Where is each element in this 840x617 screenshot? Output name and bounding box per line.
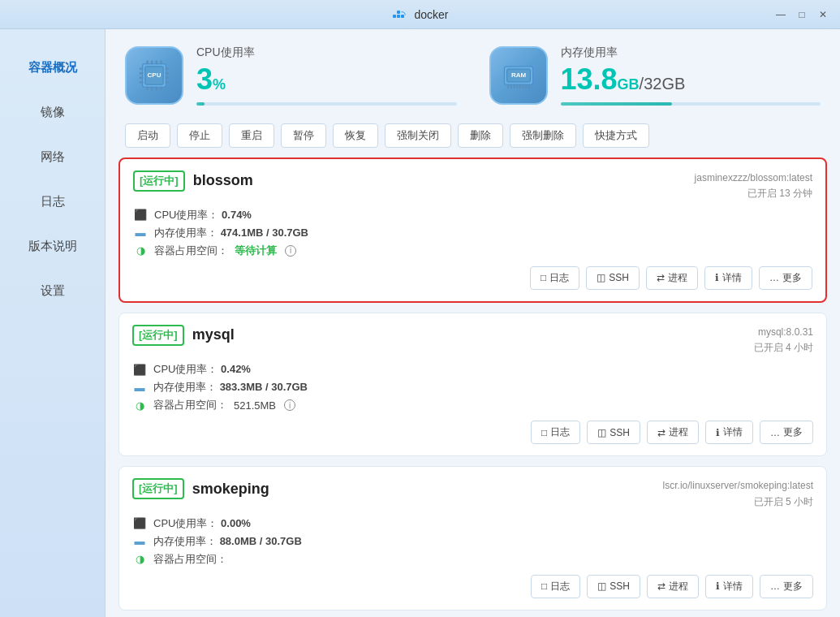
container-card-smokeping: [运行中] smokeping lscr.io/linuxserver/smok…	[118, 466, 827, 610]
toolbar-btn-停止[interactable]: 停止	[177, 123, 222, 148]
svg-rect-15	[140, 67, 144, 69]
disk-row-icon: ◑	[132, 398, 147, 412]
action-进程-button[interactable]: ⇄ 进程	[647, 421, 699, 444]
disk-stat-row: ◑ 容器占用空间：等待计算 i	[133, 244, 812, 258]
svg-rect-0	[393, 15, 396, 18]
toolbar-btn-暂停[interactable]: 暂停	[281, 123, 326, 148]
cpu-row-icon: ⬛	[133, 208, 148, 222]
ram-stat-card: RAM 内存使用率 13.8GB/32GB	[489, 45, 821, 106]
container-name: blossom	[193, 172, 253, 189]
toolbar-btn-恢复[interactable]: 恢复	[333, 123, 378, 148]
container-name-row: [运行中] mysql	[132, 325, 235, 346]
status-badge: [运行中]	[132, 325, 184, 346]
ram-bar-fill	[561, 102, 673, 106]
sidebar-item-images[interactable]: 镜像	[0, 90, 105, 135]
sidebar-item-network[interactable]: 网络	[0, 135, 105, 179]
toolbar-btn-快捷方式[interactable]: 快捷方式	[583, 123, 649, 148]
action-更多-button[interactable]: … 更多	[759, 266, 812, 290]
sidebar-item-overview[interactable]: 容器概况	[0, 45, 105, 90]
svg-rect-33	[528, 84, 529, 88]
sidebar: 容器概况 镜像 网络 日志 版本说明 设置	[0, 29, 106, 617]
toolbar: 启动停止重启暂停恢复强制关闭删除强制删除快捷方式	[106, 117, 840, 157]
container-header: [运行中] blossom jasminexzzz/blossom:latest…	[133, 170, 812, 201]
action-SSH-button[interactable]: ◫ SSH	[587, 421, 640, 444]
minimize-button[interactable]: —	[773, 7, 788, 22]
svg-rect-19	[166, 67, 170, 69]
svg-rect-9	[156, 60, 157, 64]
action-详情-button[interactable]: ℹ 详情	[705, 575, 753, 598]
disk-stat-row: ◑ 容器占用空间：521.5MB i	[132, 398, 813, 412]
status-badge: [运行中]	[133, 170, 185, 192]
svg-rect-11	[146, 86, 148, 90]
title-text: docker	[414, 8, 448, 21]
svg-text:RAM: RAM	[510, 71, 526, 79]
mem-stat-row: ▬ 内存使用率： 474.1MB / 30.7GB	[133, 226, 812, 240]
sidebar-item-settings[interactable]: 设置	[0, 269, 105, 313]
title-bar: docker — □ ✕	[0, 0, 840, 29]
cpu-stat-info: CPU使用率 3%	[196, 45, 457, 106]
cpu-stat-row: ⬛ CPU使用率： 0.74%	[133, 208, 812, 222]
toolbar-btn-删除[interactable]: 删除	[458, 123, 503, 148]
action-日志-button[interactable]: □ 日志	[531, 575, 580, 598]
maximize-button[interactable]: □	[795, 7, 809, 22]
toolbar-btn-启动[interactable]: 启动	[125, 123, 170, 148]
svg-rect-8	[151, 60, 153, 64]
svg-rect-22	[166, 81, 170, 83]
action-日志-button[interactable]: □ 日志	[530, 266, 579, 290]
cpu-stat-card: CPU	[125, 45, 457, 106]
cpu-bar	[196, 102, 457, 106]
svg-rect-26	[507, 84, 509, 88]
cpu-value: 3%	[196, 63, 457, 96]
container-stats: ⬛ CPU使用率： 0.42% ▬ 内存使用率： 383.3MB / 30.7G…	[132, 362, 813, 412]
svg-rect-31	[522, 84, 523, 88]
action-日志-button[interactable]: □ 日志	[531, 421, 580, 444]
mem-stat-row: ▬ 内存使用率： 383.3MB / 30.7GB	[132, 380, 813, 395]
toolbar-btn-重启[interactable]: 重启	[229, 123, 274, 148]
container-header: [运行中] smokeping lscr.io/linuxserver/smok…	[132, 478, 813, 509]
svg-rect-20	[166, 72, 170, 74]
svg-rect-18	[140, 81, 144, 83]
toolbar-btn-强制删除[interactable]: 强制删除	[510, 123, 576, 148]
cpu-row-icon: ⬛	[132, 516, 147, 531]
container-name: mysql	[192, 326, 235, 343]
svg-rect-29	[516, 84, 518, 88]
cpu-label: CPU使用率	[196, 45, 457, 60]
action-详情-button[interactable]: ℹ 详情	[704, 266, 752, 290]
container-actions: □ 日志 ◫ SSH ⇄ 进程 ℹ 详情 … 更多	[133, 266, 812, 290]
svg-rect-10	[160, 60, 162, 64]
action-进程-button[interactable]: ⇄ 进程	[646, 266, 698, 290]
svg-rect-7	[146, 60, 148, 64]
action-进程-button[interactable]: ⇄ 进程	[647, 575, 699, 598]
action-SSH-button[interactable]: ◫ SSH	[586, 266, 640, 290]
svg-rect-13	[156, 86, 157, 90]
container-card-mysql: [运行中] mysql mysql:8.0.31 已开启 4 小时 ⬛ CPU使…	[118, 313, 827, 456]
mem-row-icon: ▬	[132, 534, 147, 549]
ram-value: 13.8GB/32GB	[561, 63, 821, 96]
sidebar-item-logs[interactable]: 日志	[0, 179, 105, 224]
disk-stat-row: ◑ 容器占用空间：	[132, 552, 813, 567]
action-详情-button[interactable]: ℹ 详情	[705, 421, 753, 444]
ram-icon: RAM	[489, 46, 548, 105]
action-SSH-button[interactable]: ◫ SSH	[587, 575, 640, 598]
mem-row-icon: ▬	[132, 380, 147, 395]
toolbar-btn-强制关闭[interactable]: 强制关闭	[385, 123, 451, 148]
svg-rect-1	[397, 15, 400, 18]
action-更多-button[interactable]: … 更多	[760, 575, 813, 598]
close-button[interactable]: ✕	[816, 7, 830, 22]
svg-rect-14	[160, 86, 162, 90]
content-area: CPU	[106, 29, 840, 617]
container-stats: ⬛ CPU使用率： 0.00% ▬ 内存使用率： 88.0MB / 30.7GB…	[132, 516, 813, 567]
svg-text:CPU: CPU	[148, 71, 162, 79]
status-badge: [运行中]	[132, 478, 184, 499]
container-stats: ⬛ CPU使用率： 0.74% ▬ 内存使用率： 474.1MB / 30.7G…	[133, 208, 812, 258]
action-更多-button[interactable]: … 更多	[760, 421, 813, 444]
container-actions: □ 日志 ◫ SSH ⇄ 进程 ℹ 详情 … 更多	[132, 575, 813, 598]
container-meta: mysql:8.0.31 已开启 4 小时	[754, 325, 813, 356]
svg-rect-32	[525, 84, 527, 88]
cpu-bar-fill	[196, 102, 205, 106]
sidebar-item-version[interactable]: 版本说明	[0, 224, 105, 269]
svg-rect-27	[510, 84, 512, 88]
mem-row-icon: ▬	[133, 226, 148, 240]
ram-stat-info: 内存使用率 13.8GB/32GB	[561, 45, 821, 106]
disk-row-icon: ◑	[132, 552, 147, 567]
